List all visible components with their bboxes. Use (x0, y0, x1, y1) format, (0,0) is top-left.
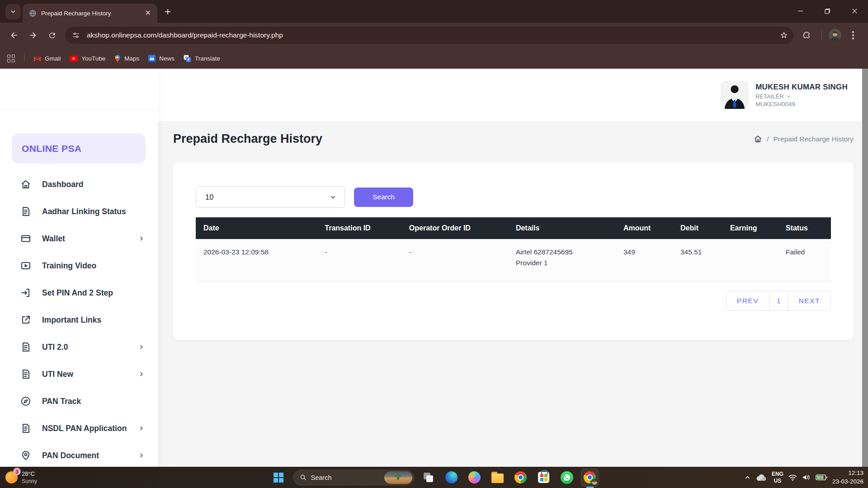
tray-chevron-up-icon[interactable] (744, 474, 751, 481)
url-text[interactable]: akshop.onlinepsa.com/dashboard/prepaid-r… (87, 31, 776, 39)
start-button[interactable] (270, 469, 287, 486)
sidebar-item-uti-2-0[interactable]: UTI 2.0 (0, 333, 158, 361)
weather-widget[interactable]: 3 28°C Sunny (5, 470, 37, 484)
avatar-suit-icon (721, 81, 749, 109)
edge-button[interactable] (443, 469, 460, 486)
sidebar-item-training-video[interactable]: Training Video (0, 252, 158, 279)
taskbar-search[interactable]: Search (293, 470, 414, 485)
bookmarks-divider (24, 54, 24, 62)
user-id: MUKESH0049 (755, 101, 848, 108)
sidebar-item-important-links[interactable]: Important Links (0, 306, 158, 333)
sidebar-item-wallet[interactable]: Wallet (0, 225, 158, 252)
reload-icon (48, 31, 57, 40)
window-restore-button[interactable] (814, 0, 841, 22)
page-scrollbar[interactable] (862, 69, 868, 467)
cell-earning (722, 239, 778, 282)
sidebar-item-nsdl-pan-application[interactable]: NSDL PAN Application (0, 415, 158, 442)
login-icon (20, 287, 31, 298)
pagination-prev-button[interactable]: PREV (726, 291, 769, 311)
bookmark-gmail[interactable]: Gmail (33, 55, 61, 62)
bookmarks-bar: Gmail YouTube Maps News G Translate (0, 48, 868, 69)
user-role-row[interactable]: RETAILER (755, 93, 848, 100)
sidebar-item-set-pin-2step[interactable]: Set PIN And 2 Step (0, 279, 158, 306)
bookmark-label: YouTube (81, 55, 105, 62)
bookmark-star-button[interactable] (776, 28, 792, 43)
file-explorer-button[interactable] (489, 469, 506, 486)
pagination-next-button[interactable]: NEXT (788, 291, 831, 311)
back-button[interactable] (5, 26, 24, 45)
cell-transaction-id: - (317, 239, 401, 282)
new-tab-button[interactable]: + (165, 6, 171, 17)
battery-charging-icon[interactable] (816, 474, 827, 481)
cell-operator-order-id: - (401, 239, 508, 282)
user-name: MUKESH KUMAR SINGH (755, 83, 848, 92)
volume-icon[interactable] (802, 474, 811, 481)
microsoft-store-button[interactable] (535, 469, 552, 486)
bookmark-youtube[interactable]: YouTube (70, 55, 105, 62)
chevron-down-icon (786, 94, 791, 99)
extensions-button[interactable] (797, 26, 816, 45)
sidebar-item-label: PAN Track (42, 397, 81, 406)
search-highlight-image[interactable] (384, 471, 412, 484)
history-table: Date Transation ID Operator Order ID Det… (196, 217, 831, 282)
brand-box[interactable]: ONLINE PSA (12, 133, 146, 164)
bookmark-maps[interactable]: Maps (114, 55, 139, 62)
wifi-icon[interactable] (788, 474, 797, 481)
home-icon[interactable] (754, 135, 762, 143)
document-icon (20, 369, 31, 380)
col-header-debit: Debit (673, 217, 722, 239)
chevron-right-icon (138, 452, 145, 459)
sidebar-item-pan-track[interactable]: PAN Track (0, 388, 158, 415)
browser-profile-button[interactable] (827, 28, 843, 43)
sidebar-item-pan-document[interactable]: PAN Document (0, 442, 158, 467)
search-button[interactable]: Search (354, 188, 413, 207)
apps-grid-icon[interactable] (7, 55, 15, 62)
microsoft-store-icon (538, 472, 549, 483)
globe-favicon-icon (29, 9, 37, 17)
window-close-button[interactable] (841, 0, 868, 22)
breadcrumb-current: Prepaid Recharge History (774, 135, 854, 143)
bookmark-news[interactable]: News (148, 55, 175, 62)
document-icon (20, 342, 31, 352)
forward-button[interactable] (24, 26, 42, 45)
page-size-select[interactable]: 10 (196, 186, 345, 208)
clock[interactable]: 12:13 23-03-2026 (832, 469, 863, 485)
taskbar-search-label: Search (311, 474, 332, 481)
user-profile[interactable]: MUKESH KUMAR SINGH RETAILER MUKESH0049 (721, 81, 848, 109)
chrome-profile-button-active[interactable] (581, 469, 599, 486)
close-icon (852, 8, 858, 14)
sidebar-item-dashboard[interactable]: Dashboard (0, 171, 158, 198)
weather-condition: Sunny (22, 478, 37, 484)
chrome-button[interactable] (512, 469, 529, 486)
sidebar-item-label: Wallet (42, 234, 65, 244)
task-view-button[interactable] (420, 469, 437, 486)
sidebar-item-uti-new[interactable]: UTI New (0, 361, 158, 388)
language-indicator[interactable]: ENG US (772, 471, 783, 484)
toolbar-divider (821, 31, 822, 40)
main-area: MUKESH KUMAR SINGH RETAILER MUKESH0049 P… (158, 69, 868, 467)
bookmark-translate[interactable]: G Translate (184, 55, 220, 62)
whatsapp-button[interactable] (558, 469, 576, 486)
pagination: PREV 1 NEXT (726, 291, 831, 311)
page-header: MUKESH KUMAR SINGH RETAILER MUKESH0049 (158, 69, 868, 121)
tab-close-icon[interactable]: ✕ (145, 9, 151, 17)
browser-menu-button[interactable] (845, 31, 861, 39)
sidebar-item-label: NSDL PAN Application (42, 424, 127, 433)
sidebar-item-label: Dashboard (42, 180, 83, 189)
site-settings-icon[interactable] (69, 28, 83, 42)
reload-button[interactable] (42, 26, 61, 45)
chevron-down-icon (330, 194, 336, 201)
onedrive-cloud-icon[interactable] (756, 474, 767, 481)
page-title: Prepaid Recharge History (173, 132, 322, 146)
browser-tab[interactable]: Prepaid Recharge History ✕ (23, 4, 157, 23)
copilot-button[interactable] (466, 469, 483, 486)
col-header-operator-order-id: Operator Order ID (401, 217, 508, 239)
sidebar-item-aadhar-linking-status[interactable]: Aadhar Linking Status (0, 198, 158, 225)
address-bar[interactable]: akshop.onlinepsa.com/dashboard/prepaid-r… (65, 27, 793, 44)
translate-icon: G (184, 55, 191, 62)
pagination-page-1-button[interactable]: 1 (769, 291, 788, 311)
tab-search-button[interactable] (5, 4, 21, 19)
chevron-right-icon (138, 425, 145, 432)
window-minimize-button[interactable] (787, 0, 814, 22)
breadcrumb: / Prepaid Recharge History (754, 135, 854, 143)
